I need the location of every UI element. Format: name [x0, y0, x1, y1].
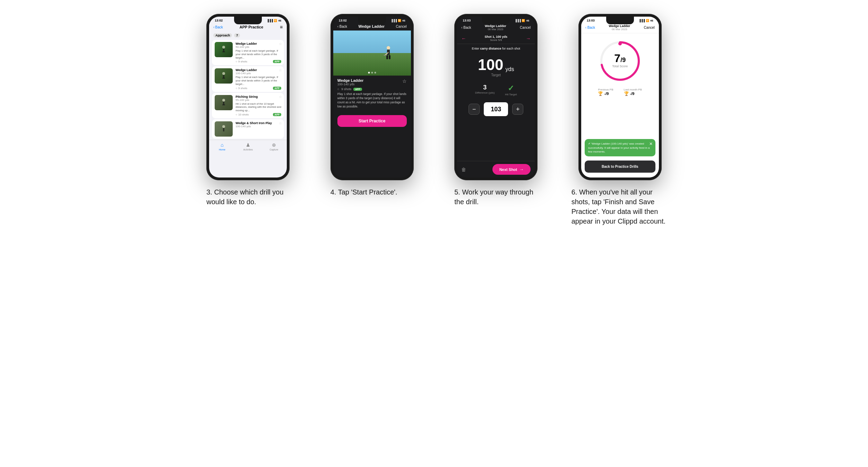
- golf-icon-3: [218, 97, 229, 108]
- back-btn-4[interactable]: ‹ Back: [337, 25, 347, 28]
- drill-yardage-4: 100-140 yds: [235, 125, 281, 128]
- battery-icon-6: 46: [650, 19, 653, 22]
- previous-pb-item: Previous PB 🏆 -/9: [598, 88, 613, 96]
- next-shot-arrow-btn[interactable]: →: [526, 36, 531, 41]
- phone-screen-3: 13:02 ▐▐▐ 🛜 46 ‹ Back APP Practice ≡ App…: [209, 17, 287, 178]
- status-icons-3: ▐▐▐ 🛜 46: [267, 19, 281, 22]
- star-icon-1[interactable]: ☆: [279, 42, 282, 46]
- next-shot-button[interactable]: Next Shot →: [492, 164, 531, 175]
- score-numerator: 7/9: [612, 53, 628, 64]
- drill-desc-3: Hit 1 shot at each of the 10 target dist…: [235, 102, 281, 112]
- drill-info-3: Pitching String 55-100 yds Hit 1 shot at…: [235, 95, 281, 116]
- drill-desc-1: Play 1 shot at each target yardage. If y…: [235, 49, 281, 59]
- score-circle-container: 7/9 Total Score: [581, 33, 659, 85]
- drill-item-1[interactable]: Wedge Ladder 50-100 yds Play 1 shot at e…: [212, 40, 284, 65]
- target-distance: 100: [478, 57, 503, 72]
- drill-title-2: Wedge Ladder: [235, 68, 281, 72]
- drill-item-3[interactable]: Pitching String 55-100 yds Hit 1 shot at…: [212, 93, 284, 118]
- detail-title-group-4: Wedge Ladder 100-140 yds: [337, 78, 364, 86]
- status-time-4: 13:02: [339, 19, 347, 22]
- category-count-3: 7: [234, 33, 240, 37]
- decrement-btn[interactable]: −: [469, 104, 480, 115]
- input-row: − 103 +: [457, 99, 535, 120]
- phone-section-6: 13:03 ▐▐▐ 🛜 46 ‹ Back Wedge Ladder 06 Ma…: [563, 14, 677, 226]
- signal-icon-3: ▐▐▐: [267, 19, 273, 22]
- caption-3: 3. Choose which drill you would like to …: [206, 187, 290, 207]
- star-icon-2[interactable]: ☆: [279, 68, 282, 72]
- start-practice-button[interactable]: Start Practice: [337, 115, 407, 127]
- success-toast: ✓ 'Wedge Ladder (100-140 yds)' was creat…: [585, 139, 655, 156]
- drill-detail-card-4: Wedge Ladder 100-140 yds ☆ ○ 9 shots APP…: [333, 76, 411, 112]
- target-unit: yds: [506, 66, 514, 72]
- drill-footer-1: ○ 9 shots APP: [235, 60, 281, 63]
- score-dot: [618, 42, 622, 45]
- carry-label-5: Enter carry distance for each shot: [457, 44, 535, 53]
- status-time-5: 13:03: [463, 19, 471, 22]
- shot-back-btn[interactable]: ‹ Back: [461, 26, 471, 29]
- app-badge-1: APP: [273, 60, 281, 63]
- drill-footer-2: ○ 9 shots APP: [235, 87, 281, 90]
- back-button-3[interactable]: ‹ Back: [213, 25, 223, 29]
- svg-rect-5: [222, 78, 225, 79]
- menu-icon-3[interactable]: ≡: [280, 24, 283, 30]
- toast-checkmark: ✓: [588, 142, 591, 145]
- drill-list-3: Wedge Ladder 50-100 yds Play 1 shot at e…: [209, 39, 287, 140]
- phone-frame-5: 13:03 ▐▐▐ 🛜 46 ‹ Back Wedge Ladder 06 Ma…: [454, 14, 538, 180]
- increment-btn[interactable]: +: [512, 104, 523, 115]
- score-cancel-btn[interactable]: Cancel: [644, 26, 655, 29]
- star-icon-3[interactable]: ☆: [279, 95, 282, 99]
- score-back-btn[interactable]: ‹ Back: [585, 26, 595, 29]
- drill-title-1: Wedge Ladder: [235, 42, 281, 45]
- svg-rect-10: [223, 128, 224, 131]
- detail-star-4[interactable]: ☆: [402, 78, 407, 84]
- prev-shot-btn[interactable]: ←: [461, 36, 466, 41]
- score-nav-sub: 06 Mar 2023: [609, 28, 630, 31]
- input-value-display[interactable]: 103: [484, 102, 508, 116]
- previous-pb-value: 🏆 -/9: [598, 91, 613, 96]
- difference-value: 3: [475, 84, 495, 91]
- next-shot-arrow-icon: →: [519, 167, 524, 172]
- score-circle: 7/9 Total Score: [599, 40, 641, 82]
- detail-title-4: Wedge Ladder: [337, 78, 364, 83]
- trophy-icon-1: 🏆: [598, 91, 603, 96]
- status-time-6: 13:03: [587, 19, 595, 22]
- nav-title-3: APP Practice: [240, 25, 263, 29]
- wifi-icon-6: 🛜: [646, 19, 649, 22]
- capture-label: Capture: [269, 148, 278, 151]
- phone-frame-3: 13:02 ▐▐▐ 🛜 46 ‹ Back APP Practice ≡ App…: [206, 14, 290, 180]
- svg-point-0: [222, 46, 225, 49]
- shots-count-3: ○ 10 shots: [235, 113, 249, 116]
- next-shot-label: Next Shot: [499, 167, 517, 172]
- capture-icon: ⊕: [272, 142, 276, 148]
- bottom-nav-capture[interactable]: ⊕ Capture: [261, 142, 287, 151]
- drill-thumb-4: [215, 121, 233, 137]
- score-nav-center: Wedge Ladder 06 Mar 2023: [609, 24, 630, 31]
- app-badge-3: APP: [273, 113, 281, 116]
- drill-detail-header-4: Wedge Ladder 100-140 yds ☆: [337, 78, 407, 86]
- back-to-drills-button[interactable]: Back to Practice Drills: [585, 161, 655, 173]
- golf-icon-1: [218, 44, 229, 55]
- drill-thumb-img-1: [215, 42, 233, 57]
- activities-icon: ♟: [246, 142, 250, 148]
- star-icon-4[interactable]: ☆: [279, 121, 282, 125]
- drill-item-4[interactable]: Wedge & Short Iron Play 100-140 yds ☆: [212, 119, 284, 139]
- phone-frame-6: 13:03 ▐▐▐ 🛜 46 ‹ Back Wedge Ladder 06 Ma…: [578, 14, 662, 180]
- shot-cancel-btn[interactable]: Cancel: [520, 26, 531, 29]
- nav-title-4: Wedge Ladder: [359, 24, 385, 28]
- category-tag-3: Approach 7: [209, 32, 287, 39]
- bottom-nav-home[interactable]: ⌂ Home: [209, 142, 235, 151]
- cancel-btn-4[interactable]: Cancel: [396, 25, 407, 28]
- status-icons-6: ▐▐▐ 🛜 46: [639, 19, 653, 22]
- bottom-nav-activities[interactable]: ♟ Activities: [235, 142, 261, 151]
- wifi-icon-4: 🛜: [398, 19, 401, 22]
- svg-point-6: [222, 99, 225, 102]
- toast-close-btn[interactable]: ✕: [649, 141, 653, 147]
- signal-icon-5: ▐▐▐: [515, 19, 521, 22]
- wifi-icon-5: 🛜: [522, 19, 525, 22]
- phone-screen-5: 13:03 ▐▐▐ 🛜 46 ‹ Back Wedge Ladder 06 Ma…: [457, 17, 535, 178]
- home-icon: ⌂: [221, 142, 223, 148]
- category-label-3: Approach: [213, 33, 232, 37]
- drill-item-2[interactable]: Wedge Ladder 100-140 yds Play 1 shot at …: [212, 66, 284, 92]
- trash-icon[interactable]: 🗑: [461, 167, 466, 172]
- golf-image-4: [333, 31, 411, 76]
